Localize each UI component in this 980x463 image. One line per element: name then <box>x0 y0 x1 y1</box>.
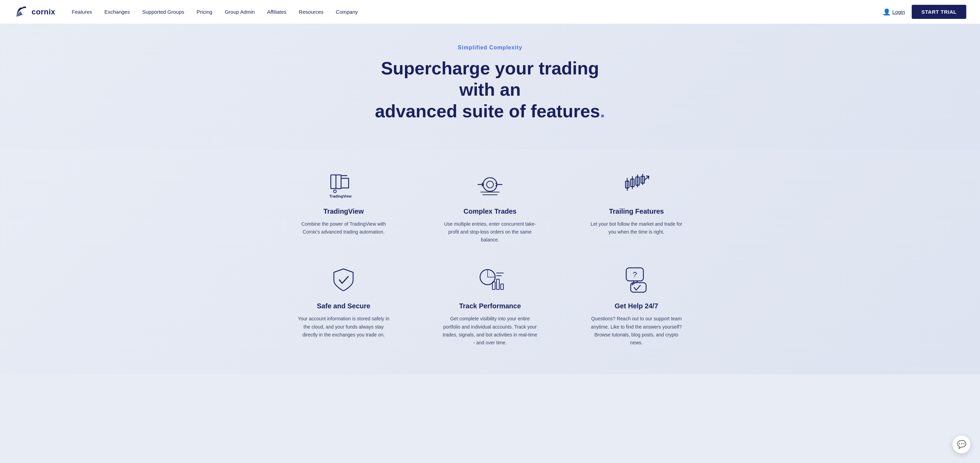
features-grid: TradingView TradingView Combine the powe… <box>284 170 696 347</box>
login-link[interactable]: 👤 Login <box>883 8 905 16</box>
hero-section: Simplified Complexity Supercharge your t… <box>0 24 980 149</box>
svg-text:TradingView: TradingView <box>329 194 352 198</box>
navbar: cornix Features Exchanges Supported Grou… <box>0 0 980 24</box>
svg-text:?: ? <box>633 270 637 279</box>
login-label: Login <box>892 9 905 15</box>
hero-title-line1: Supercharge your trading with an <box>381 58 599 100</box>
start-trial-button[interactable]: START TRIAL <box>912 5 966 19</box>
svg-point-6 <box>487 181 493 188</box>
nav-item-resources[interactable]: Resources <box>299 9 324 15</box>
feature-card-track: Track Performance Get complete visibilit… <box>431 265 550 346</box>
feature-desc-tradingview: Combine the power of TradingView with Co… <box>296 220 391 236</box>
nav-item-pricing[interactable]: Pricing <box>197 9 212 15</box>
feature-title-complex-trades: Complex Trades <box>464 208 517 216</box>
chart-icon <box>474 265 506 295</box>
complex-trades-icon <box>474 170 506 201</box>
features-section: TradingView TradingView Combine the powe… <box>0 149 980 374</box>
nav-item-group-admin[interactable]: Group Admin <box>225 9 255 15</box>
feature-card-trailing: Trailing Features Let your bot follow th… <box>577 170 696 244</box>
nav-item-features[interactable]: Features <box>72 9 92 15</box>
svg-rect-20 <box>501 284 503 289</box>
support-icon: ? <box>621 265 652 295</box>
nav-item-supported-groups[interactable]: Supported Groups <box>142 9 184 15</box>
feature-card-complex-trades: Complex Trades Use multiple entries, ent… <box>431 170 550 244</box>
feature-title-track: Track Performance <box>459 302 521 310</box>
feature-title-help: Get Help 24/7 <box>614 302 658 310</box>
feature-card-help: ? Get Help 24/7 Questions? Reach out to … <box>577 265 696 346</box>
hero-title-line2: advanced suite of features. <box>375 101 605 121</box>
feature-title-tradingview: TradingView <box>324 208 364 216</box>
logo[interactable]: cornix <box>14 5 55 19</box>
logo-text: cornix <box>32 8 55 16</box>
svg-point-3 <box>334 190 336 193</box>
feature-title-trailing: Trailing Features <box>609 208 664 216</box>
svg-rect-19 <box>496 279 499 289</box>
user-icon: 👤 <box>883 8 891 16</box>
feature-desc-trailing: Let your bot follow the market and trade… <box>589 220 684 236</box>
logo-icon <box>14 5 29 19</box>
feature-title-safe: Safe and Secure <box>317 302 371 310</box>
feature-desc-track: Get complete visibility into your entire… <box>442 315 538 346</box>
shield-icon <box>328 265 359 295</box>
feature-desc-complex-trades: Use multiple entries, enter concurrent t… <box>442 220 538 244</box>
feature-card-safe: Safe and Secure Your account information… <box>284 265 403 346</box>
hero-subtitle: Simplified Complexity <box>14 44 966 51</box>
feature-desc-help: Questions? Reach out to our support team… <box>589 315 684 346</box>
nav-right: 👤 Login START TRIAL <box>883 5 966 19</box>
nav-item-company[interactable]: Company <box>336 9 358 15</box>
feature-card-tradingview: TradingView TradingView Combine the powe… <box>284 170 403 244</box>
tradingview-icon: TradingView <box>328 170 359 201</box>
trailing-icon <box>621 170 652 201</box>
nav-links: Features Exchanges Supported Groups Pric… <box>72 9 883 15</box>
feature-desc-safe: Your account information is stored safel… <box>296 315 391 338</box>
hero-title: Supercharge your trading with an advance… <box>370 58 610 122</box>
svg-point-5 <box>483 178 497 191</box>
svg-point-0 <box>24 8 25 9</box>
nav-item-exchanges[interactable]: Exchanges <box>104 9 130 15</box>
nav-item-affiliates[interactable]: Affiliates <box>267 9 286 15</box>
